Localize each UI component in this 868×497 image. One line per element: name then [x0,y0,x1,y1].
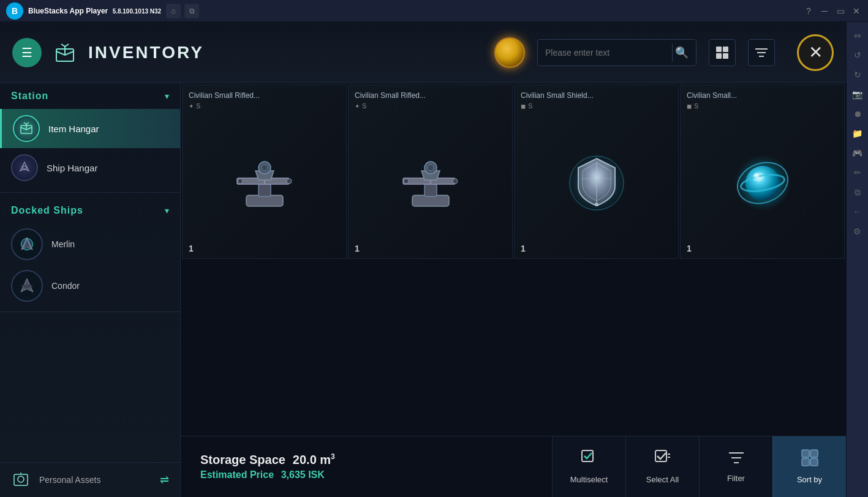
svg-point-37 [595,203,598,206]
sidebar-item-merlin[interactable]: ⊕ Merlin [0,223,180,265]
filter-button-bottom[interactable]: Filter [699,436,772,497]
item-3-meta: ◼ S [521,102,672,110]
search-input[interactable] [545,48,670,58]
inventory-item-1[interactable]: Civilian Small Rifled... ✦ S [182,84,347,259]
filter-icon [755,47,768,58]
titlebar: B BlueStacks App Player 5.8.100.1013 N32… [0,0,868,22]
multi-instance-btn[interactable]: ⧉ [184,4,199,18]
filter-button[interactable] [748,39,775,66]
station-label: Station [11,91,48,102]
multiselect-button[interactable]: Multiselect [552,436,625,497]
multiselect-icon [581,449,598,470]
item-1-count: 1 [189,244,194,253]
filter-bottom-icon [728,450,745,469]
svg-rect-53 [802,458,809,466]
item-4-name: Civilian Small... [687,91,838,100]
item-1-meta-size: S [196,102,200,110]
filter-label: Filter [727,474,745,483]
bluestacks-logo: B [6,2,23,20]
docked-ships-section-header[interactable]: Docked Ships ▾ [0,198,180,223]
multiselect-label: Multiselect [570,475,608,484]
storage-space-value: 20.0 m3 [293,453,335,466]
sidebar-rotate2-btn[interactable]: ↻ [849,66,866,83]
inventory-item-4[interactable]: Civilian Small... ◼ S [680,84,845,259]
sidebar-rotate-btn[interactable]: ↺ [849,47,866,64]
inventory-header: ☰ INVENTORY 🔍 [0,22,846,83]
sidebar-layers-btn[interactable]: ⧉ [849,184,866,201]
sidebar-divider-2 [0,312,180,312]
home-nav-btn[interactable]: ⌂ [166,4,181,18]
inventory-icon [54,42,76,64]
sidebar-expand-btn[interactable]: ⇔ [849,27,866,44]
sidebar-record-btn[interactable]: ⏺ [849,105,866,122]
grid-view-icon [715,46,729,59]
left-sidebar: Station ▾ Item Hangar [0,83,181,497]
item-3-image [521,113,672,252]
search-bar[interactable]: 🔍 [537,39,696,66]
item-2-meta-size: S [362,102,366,110]
item-3-meta-size: S [528,102,532,110]
svg-rect-2 [716,47,722,52]
sidebar-item-hangar[interactable]: Item Hangar [0,109,180,148]
svg-rect-5 [723,53,728,59]
svg-point-40 [745,166,780,200]
docked-ships-label: Docked Ships [11,205,165,216]
svg-rect-44 [582,450,593,461]
personal-assets-label: Personal Assets [39,475,151,485]
item-1-image [189,113,340,252]
item-1-meta-icon: ✦ [189,103,194,110]
condor-label: Condor [51,281,80,291]
item-3-meta-icon: ◼ [521,103,526,110]
menu-button[interactable]: ☰ [12,38,42,67]
svg-rect-4 [716,53,722,59]
sidebar-item-ship-hangar[interactable]: Ship Hangar [0,148,180,187]
minimize-btn[interactable]: ─ [819,6,830,17]
station-chevron-icon: ▾ [165,91,169,101]
storage-space-text: Storage Space 20.0 m3 [195,453,537,468]
svg-rect-16 [259,184,271,196]
station-section-header[interactable]: Station ▾ [0,83,180,109]
header-orb [494,37,525,68]
svg-rect-3 [723,47,728,52]
sidebar-folder-btn[interactable]: 📁 [849,125,866,142]
sidebar-settings-btn[interactable]: ⚙ [849,223,866,240]
svg-point-29 [404,179,409,184]
titlebar-nav: ⌂ ⧉ [166,4,199,18]
bottom-bar: Storage Space 20.0 m3 Estimated Price 3,… [181,436,846,497]
page-title: INVENTORY [88,43,482,62]
sidebar-gamepad-btn[interactable]: 🎮 [849,144,866,162]
storage-space-label: Storage Space [200,453,285,466]
item-3-count: 1 [521,244,526,253]
item-2-meta-icon: ✦ [355,103,360,110]
personal-assets-bar[interactable]: Personal Assets ⇌ [0,462,180,497]
estimated-price-text: Estimated Price 3,635 ISK [195,469,537,480]
inventory-item-2[interactable]: Civilian Small Rifled... ✦ S [348,84,513,259]
grid-view-button[interactable] [709,39,736,66]
svg-point-20 [238,179,243,184]
item-4-image [687,113,838,252]
sidebar-back-btn[interactable]: ← [849,203,866,220]
svg-rect-45 [655,450,666,461]
merlin-ship-icon: ⊕ [11,228,43,260]
help-btn[interactable]: ? [803,6,814,17]
ship-hangar-icon [11,154,38,181]
sort-by-button[interactable]: Sort by [772,436,846,497]
item-hangar-icon [13,115,40,142]
svg-point-32 [428,165,434,171]
select-all-button[interactable]: Select All [625,436,699,497]
close-window-btn[interactable]: ✕ [851,6,862,17]
inventory-item-3[interactable]: Civilian Small Shield... ◼ S [514,84,679,259]
sidebar-screenshot-btn[interactable]: 📷 [849,86,866,103]
inventory-area: Civilian Small Rifled... ✦ S [181,83,846,497]
restore-btn[interactable]: ▭ [835,6,846,17]
item-2-count: 1 [355,244,360,253]
svg-rect-52 [810,450,818,457]
personal-assets-icon [11,470,31,490]
close-inventory-button[interactable]: ✕ [797,34,834,71]
svg-point-13 [18,476,24,482]
sidebar-edit-btn[interactable]: ✏ [849,164,866,181]
search-icon[interactable]: 🔍 [675,46,689,59]
bottom-actions: Multiselect Select All [552,436,846,497]
docked-chevron-icon: ▾ [165,206,169,215]
sidebar-item-condor[interactable]: Condor [0,265,180,307]
